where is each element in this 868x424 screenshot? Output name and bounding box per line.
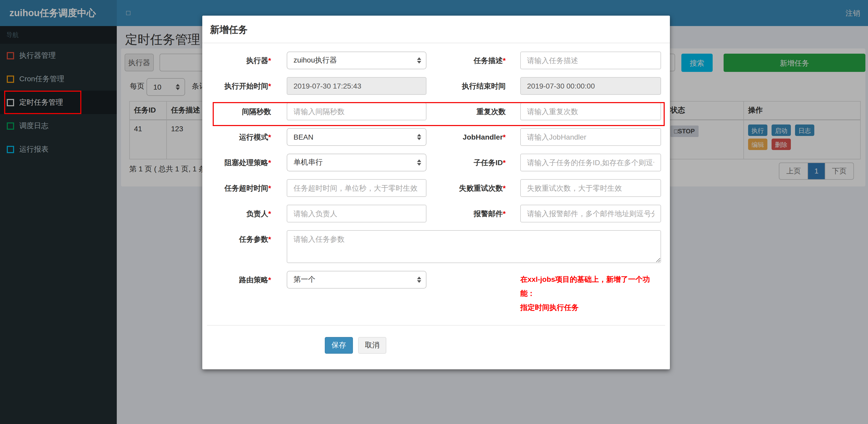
sidebar-highlight-annotation — [4, 91, 81, 114]
modal-title: 新增任务 — [210, 25, 248, 35]
modal-header: 新增任务 — [202, 15, 670, 43]
required-asterisk: * — [503, 133, 506, 141]
required-asterisk: * — [268, 56, 271, 65]
required-asterisk: * — [503, 209, 506, 218]
required-asterisk: * — [268, 82, 271, 90]
run-mode-select-value: BEAN — [293, 133, 426, 141]
required-asterisk: * — [503, 56, 506, 65]
feature-note-line2: 指定时间执行任务 — [520, 300, 661, 315]
task-params-label: 任务参数* — [202, 230, 287, 248]
end-time-label: 执行结束时间 — [427, 77, 520, 95]
required-asterisk: * — [503, 158, 506, 167]
save-button[interactable]: 保存 — [325, 337, 353, 354]
executor-select[interactable]: zuihou执行器 — [287, 52, 427, 69]
form-row-executor-desc: 执行器* zuihou执行器 任务描述* — [202, 52, 670, 69]
route-strategy-select[interactable]: 第一个 — [287, 271, 427, 289]
child-task-label: 子任务ID* — [427, 154, 520, 171]
owner-input[interactable] — [287, 205, 427, 222]
jobhandler-input[interactable] — [520, 128, 661, 146]
route-strategy-select-value: 第一个 — [293, 275, 426, 284]
child-task-input[interactable] — [520, 154, 661, 171]
task-desc-input[interactable] — [520, 52, 661, 69]
modal-footer: 保存 取消 — [202, 326, 670, 369]
owner-label: 负责人* — [202, 205, 287, 222]
form-row-route: 路由策略* 第一个 在xxl-jobs项目的基础上，新增了一个功能： 指定时间执… — [202, 271, 670, 315]
required-asterisk: * — [268, 235, 271, 243]
run-mode-label: 运行模式* — [202, 128, 287, 146]
required-asterisk: * — [268, 275, 271, 284]
retry-label: 失败重试次数* — [427, 179, 520, 197]
route-strategy-label: 路由策略* — [202, 271, 287, 289]
select-arrows-icon — [417, 134, 421, 140]
form-row-mode-handler: 运行模式* BEAN JobHandler* — [202, 128, 670, 146]
modal-body: 执行器* zuihou执行器 任务描述* 执行开始时间* 执行结束时间 间隔秒数… — [202, 43, 670, 369]
form-row-params: 任务参数* — [202, 230, 670, 263]
timeout-input[interactable] — [287, 179, 427, 197]
required-asterisk: * — [503, 184, 506, 192]
form-row-start-end-time: 执行开始时间* 执行结束时间 — [202, 77, 670, 95]
end-time-input[interactable] — [520, 77, 661, 95]
select-arrows-icon — [417, 159, 421, 166]
form-row-block-child: 阻塞处理策略* 单机串行 子任务ID* — [202, 154, 670, 171]
add-task-modal: 新增任务 执行器* zuihou执行器 任务描述* 执行开始时间* 执行结束时间 — [202, 15, 670, 369]
required-asterisk: * — [268, 158, 271, 167]
required-asterisk: * — [268, 209, 271, 218]
timeout-label: 任务超时时间* — [202, 179, 287, 197]
required-asterisk: * — [268, 184, 271, 192]
form-row-timeout-retry: 任务超时时间* 失败重试次数* — [202, 179, 670, 197]
block-strategy-select-value: 单机串行 — [293, 158, 426, 167]
feature-note-line1: 在xxl-jobs项目的基础上，新增了一个功能： — [520, 272, 661, 300]
cancel-button[interactable]: 取消 — [358, 337, 386, 354]
select-arrows-icon — [417, 57, 421, 64]
start-time-input[interactable] — [287, 77, 427, 95]
executor-select-value: zuihou执行器 — [293, 56, 426, 65]
time-row-highlight-annotation — [213, 102, 665, 126]
jobhandler-label: JobHandler* — [427, 128, 520, 146]
select-arrows-icon — [417, 276, 421, 283]
task-desc-label: 任务描述* — [427, 52, 520, 69]
alarm-email-label: 报警邮件* — [427, 205, 520, 222]
block-strategy-label: 阻塞处理策略* — [202, 154, 287, 171]
task-params-textarea[interactable] — [287, 230, 661, 263]
screen: zuihou任务调度中心 □ 注销 导航 执行器管理 Cron任务管理 定时任务… — [0, 0, 868, 424]
alarm-email-input[interactable] — [520, 205, 661, 222]
feature-note: 在xxl-jobs项目的基础上，新增了一个功能： 指定时间执行任务 — [520, 271, 661, 315]
retry-input[interactable] — [520, 179, 661, 197]
block-strategy-select[interactable]: 单机串行 — [287, 154, 427, 171]
executor-label: 执行器* — [202, 52, 287, 69]
form-row-owner-email: 负责人* 报警邮件* — [202, 205, 670, 222]
required-asterisk: * — [268, 133, 271, 141]
run-mode-select[interactable]: BEAN — [287, 128, 427, 146]
start-time-label: 执行开始时间* — [202, 77, 287, 95]
